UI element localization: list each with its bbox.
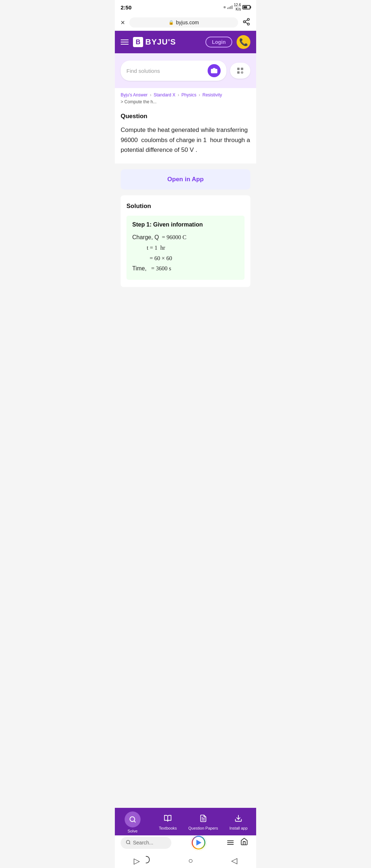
open-in-app-button[interactable]: Open in App	[121, 169, 250, 190]
svg-rect-6	[237, 68, 239, 70]
svg-rect-8	[237, 71, 239, 74]
close-button[interactable]: ×	[121, 18, 125, 27]
status-bar: 2:50 12.6 K/s	[115, 0, 256, 14]
battery-fill	[243, 6, 247, 8]
logo-b-icon: B	[133, 37, 143, 47]
svg-rect-7	[241, 68, 243, 70]
phone-icon: 📞	[239, 38, 248, 46]
svg-point-5	[213, 70, 215, 72]
url-bar[interactable]: 🔒 byjus.com	[129, 17, 238, 28]
network-speed: 12.6 K/s	[234, 3, 241, 12]
solution-title: Solution	[126, 203, 245, 210]
byjus-header: B BYJU'S Login 📞	[115, 31, 256, 53]
math-line-2: t = 1 hr	[132, 243, 239, 253]
math-line-3: = 60 × 60	[132, 253, 239, 264]
byjus-logo: B BYJU'S	[133, 37, 176, 47]
step1-title: Step 1: Given information	[132, 221, 239, 228]
svg-line-4	[245, 20, 247, 21]
logo-text: BYJU'S	[145, 37, 176, 47]
breadcrumb-item-1[interactable]: Byju's Answer	[121, 92, 147, 97]
battery-icon	[242, 5, 250, 9]
lock-icon: 🔒	[168, 20, 174, 25]
breadcrumb: Byju's Answer › Standard X › Physics › R…	[115, 88, 256, 107]
url-text: byjus.com	[176, 20, 199, 25]
open-app-section: Open in App	[121, 169, 250, 190]
login-button[interactable]: Login	[205, 37, 232, 47]
question-section: Question Compute the heat generated whil…	[115, 107, 256, 163]
search-placeholder-text: Find solutions	[126, 68, 205, 74]
signal-bars	[227, 5, 233, 9]
question-text: Compute the heat generated while transfe…	[121, 125, 250, 155]
chevron-icon-3: ›	[199, 92, 201, 97]
svg-text:?: ?	[241, 71, 243, 74]
chevron-icon-1: ›	[150, 92, 153, 97]
time-display: 2:50	[121, 4, 132, 11]
solution-section: Solution Step 1: Given information Charg…	[121, 195, 250, 287]
question-label: Question	[121, 113, 250, 120]
breadcrumb-item-2[interactable]: Standard X	[154, 92, 175, 97]
math-line-1: Charge, Q = 96000 C	[132, 232, 239, 243]
search-bar[interactable]: Find solutions	[121, 61, 226, 81]
help-button[interactable]: ?	[230, 63, 250, 79]
solution-content: Step 1: Given information Charge, Q = 96…	[126, 216, 245, 280]
signal-dot	[224, 6, 226, 8]
phone-button[interactable]: 📞	[237, 35, 250, 49]
svg-line-3	[245, 22, 247, 24]
share-button[interactable]	[242, 18, 250, 28]
breadcrumb-item-4[interactable]: Resistivity	[203, 92, 222, 97]
breadcrumb-truncated: > Compute the h...	[121, 99, 157, 104]
camera-button[interactable]	[208, 64, 221, 77]
page-content: Find solutions ? Byju's Answer › Standar…	[115, 53, 256, 365]
chevron-icon-2: ›	[178, 92, 180, 97]
math-line-4: Time, = 3600 s	[132, 263, 239, 274]
breadcrumb-item-3[interactable]: Physics	[182, 92, 196, 97]
browser-bar: × 🔒 byjus.com	[115, 14, 256, 31]
hamburger-menu[interactable]	[121, 40, 129, 45]
status-right: 12.6 K/s	[224, 3, 250, 12]
search-section: Find solutions ?	[115, 53, 256, 88]
open-app-text: Open in App	[167, 176, 204, 183]
